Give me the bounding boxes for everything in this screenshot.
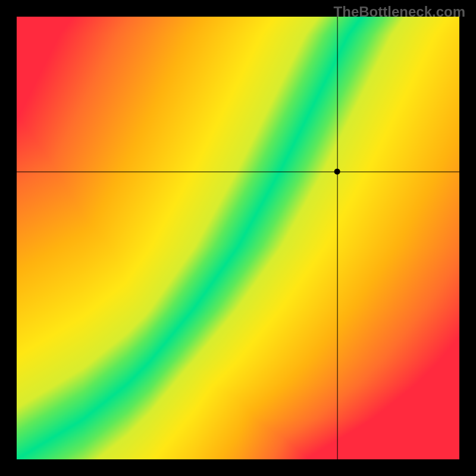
watermark-text: TheBottleneck.com bbox=[334, 4, 465, 20]
bottleneck-heatmap bbox=[0, 0, 476, 476]
